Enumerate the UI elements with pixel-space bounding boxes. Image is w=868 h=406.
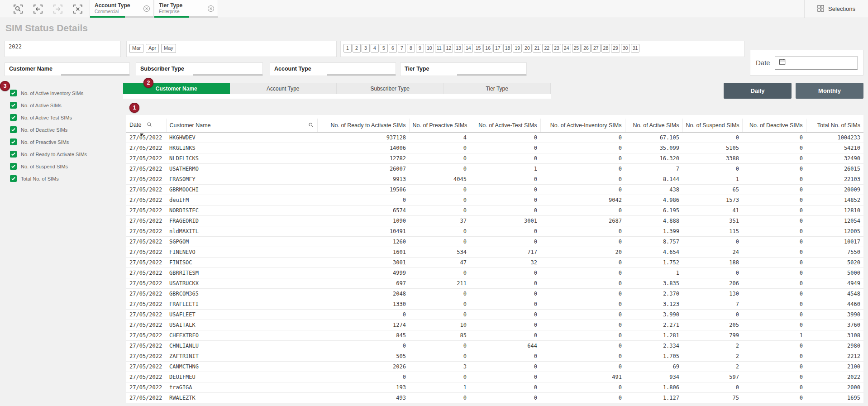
column-header-customer-name[interactable]: Customer Name	[166, 119, 317, 132]
cell-date[interactable]: 27/05/2022	[126, 351, 166, 361]
cell-customer-name[interactable]: NLDFLICKS	[166, 153, 317, 163]
checkbox-checked-icon[interactable]	[10, 102, 17, 109]
cell-customer-name[interactable]: FINISOC	[166, 257, 317, 267]
cell-customer-name[interactable]: GBRRITESM	[166, 267, 317, 278]
day-chip-10[interactable]: 10	[425, 44, 434, 53]
cell-customer-name[interactable]: fraGIGA	[166, 382, 317, 392]
cell-customer-name[interactable]: USAITALK	[166, 320, 317, 330]
cell-date[interactable]: 27/05/2022	[126, 184, 166, 195]
checkbox-checked-icon[interactable]	[10, 175, 17, 182]
cell-customer-name[interactable]: ZAFTRINIT	[166, 351, 317, 361]
cell-date[interactable]: 27/05/2022	[126, 361, 166, 372]
checkbox-checked-icon[interactable]	[10, 126, 17, 133]
day-chip-28[interactable]: 28	[601, 44, 610, 53]
field-filter-subscriber-type[interactable]: Subscriber Type	[136, 62, 263, 76]
cell-customer-name[interactable]: nldMAXITL	[166, 226, 317, 236]
cell-date[interactable]: 27/05/2022	[126, 278, 166, 288]
day-chip-17[interactable]: 17	[493, 44, 502, 53]
cell-date[interactable]: 27/05/2022	[126, 247, 166, 257]
cell-customer-name[interactable]: FRAGEORID	[166, 215, 317, 226]
smart-search-icon[interactable]	[13, 4, 24, 14]
cell-customer-name[interactable]: HKGLINKS	[166, 143, 317, 153]
month-chip-may[interactable]: May	[161, 44, 176, 53]
day-chip-20[interactable]: 20	[523, 44, 532, 53]
year-filter[interactable]: 2022	[5, 41, 121, 57]
measure-item-no-of-active-inventory-sims[interactable]: No. of Active Inventory SIMs	[10, 87, 123, 99]
cell-customer-name[interactable]: CHEEXTRFO	[166, 330, 317, 340]
column-header-no-of-active-test-sims[interactable]: No. of Active-Test SIMs	[470, 119, 540, 132]
cell-date[interactable]: 27/05/2022	[126, 288, 166, 299]
measure-item-no-of-deactive-sims[interactable]: No. of Deactive SIMs	[10, 124, 123, 136]
daily-button[interactable]: Daily	[724, 83, 792, 99]
checkbox-checked-icon[interactable]	[10, 90, 17, 96]
step-back-icon[interactable]	[33, 4, 43, 14]
cell-customer-name[interactable]: FRASOMFY	[166, 174, 317, 184]
cell-customer-name[interactable]: USAFLEET	[166, 309, 317, 320]
cell-date[interactable]: 27/05/2022	[126, 382, 166, 392]
cell-customer-name[interactable]: NORDISTEC	[166, 205, 317, 215]
checkbox-checked-icon[interactable]	[10, 114, 17, 121]
day-chip-3[interactable]: 3	[362, 44, 370, 53]
tab-tier-type[interactable]: Tier Type	[444, 83, 551, 94]
cell-date[interactable]: 27/05/2022	[126, 132, 166, 143]
cell-date[interactable]: 27/05/2022	[126, 267, 166, 278]
cell-customer-name[interactable]: USATHERMO	[166, 163, 317, 174]
cell-date[interactable]: 27/05/2022	[126, 174, 166, 184]
measure-item-no-of-preactive-sims[interactable]: No. of Preactive SIMs	[10, 136, 123, 148]
day-chip-24[interactable]: 24	[562, 44, 571, 53]
cell-customer-name[interactable]: RWALEZTK	[166, 392, 317, 403]
day-chip-15[interactable]: 15	[474, 44, 483, 53]
cell-customer-name[interactable]: USATRUCKX	[166, 278, 317, 288]
day-chip-1[interactable]: 1	[343, 44, 352, 53]
day-chip-13[interactable]: 13	[454, 44, 463, 53]
tab-subscriber-type[interactable]: Subscriber Type	[337, 83, 444, 94]
column-header-no-of-ready-to-activate-sims[interactable]: No. of Ready to Activate SIMs	[317, 119, 409, 132]
measure-item-no-of-active-test-sims[interactable]: No. of Active Test SIMs	[10, 111, 123, 124]
selections-button[interactable]: Selections	[804, 0, 868, 18]
cell-customer-name[interactable]: deuIFM	[166, 195, 317, 205]
cell-date[interactable]: 27/05/2022	[126, 143, 166, 153]
date-input[interactable]	[775, 56, 858, 70]
cell-date[interactable]: 27/05/2022	[126, 163, 166, 174]
measure-item-no-of-suspend-sims[interactable]: No. of Suspend SIMs	[10, 160, 123, 172]
column-header-total-no-of-sims[interactable]: Total No. of SIMs	[806, 119, 863, 132]
day-chip-2[interactable]: 2	[353, 44, 361, 53]
cell-date[interactable]: 27/05/2022	[126, 320, 166, 330]
selection-chip-account-type[interactable]: Account TypeCommercial	[90, 0, 154, 18]
cell-date[interactable]: 27/05/2022	[126, 299, 166, 309]
checkbox-checked-icon[interactable]	[10, 139, 17, 145]
cell-customer-name[interactable]: FRAFLEETI	[166, 299, 317, 309]
day-chip-4[interactable]: 4	[371, 44, 379, 53]
search-icon[interactable]	[147, 122, 152, 129]
column-header-no-of-suspend-sims[interactable]: No. of Suspend SIMs	[682, 119, 742, 132]
column-header-date[interactable]: Date	[126, 119, 166, 132]
clear-selections-icon[interactable]	[72, 4, 83, 14]
day-chip-11[interactable]: 11	[435, 44, 444, 53]
cell-customer-name[interactable]: DEUIFMEU	[166, 372, 317, 382]
remove-selection-icon[interactable]	[207, 5, 215, 12]
day-chip-8[interactable]: 8	[407, 44, 415, 53]
day-chip-7[interactable]: 7	[398, 44, 406, 53]
column-header-no-of-preactive-sims[interactable]: No. of Preactive SIMs	[409, 119, 470, 132]
measure-item-total-no-of-sims[interactable]: Total No. of SIMs	[10, 172, 123, 185]
tab-customer-name[interactable]: Customer Name	[123, 83, 230, 94]
cell-customer-name[interactable]: SGPGOM	[166, 236, 317, 247]
year-value[interactable]: 2022	[9, 43, 22, 50]
checkbox-checked-icon[interactable]	[10, 151, 17, 158]
day-chip-14[interactable]: 14	[464, 44, 473, 53]
cell-date[interactable]: 27/05/2022	[126, 309, 166, 320]
column-header-no-of-active-inventory-sims[interactable]: No. of Active-Inventory SIMs	[540, 119, 625, 132]
cell-date[interactable]: 27/05/2022	[126, 330, 166, 340]
day-chip-9[interactable]: 9	[416, 44, 424, 53]
remove-selection-icon[interactable]	[143, 5, 150, 12]
day-chip-23[interactable]: 23	[552, 44, 561, 53]
column-header-no-of-deactive-sims[interactable]: No. of Deactive SIMs	[742, 119, 806, 132]
day-chip-6[interactable]: 6	[389, 44, 397, 53]
step-forward-icon[interactable]	[52, 4, 63, 14]
day-chip-26[interactable]: 26	[582, 44, 591, 53]
month-chip-apr[interactable]: Apr	[146, 44, 159, 53]
day-chip-29[interactable]: 29	[611, 44, 620, 53]
day-chip-19[interactable]: 19	[513, 44, 522, 53]
cell-date[interactable]: 27/05/2022	[126, 257, 166, 267]
tab-account-type[interactable]: Account Type	[230, 83, 337, 94]
